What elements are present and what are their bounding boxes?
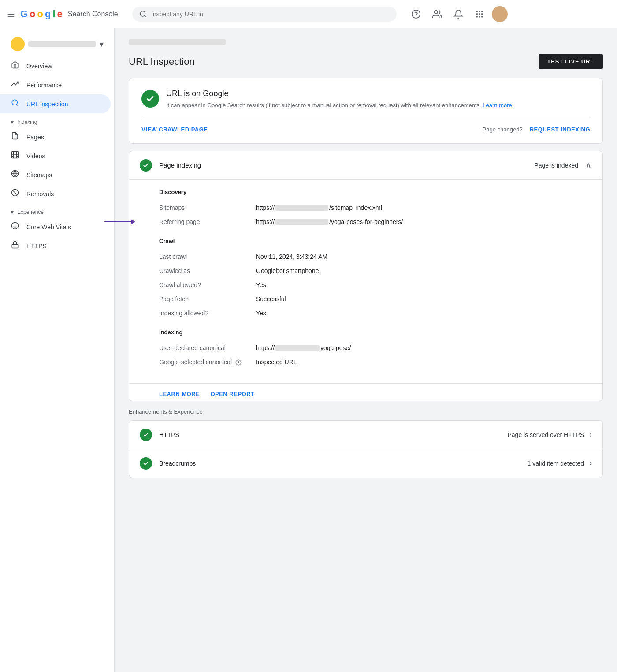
property-name (28, 41, 96, 47)
user-canonical-label: User-declared canonical (159, 344, 256, 351)
experience-section-label[interactable]: ▾ Experience (0, 203, 114, 217)
google-canonical-label: Google-selected canonical (159, 358, 256, 366)
test-live-url-button[interactable]: TEST LIVE URL (539, 54, 603, 69)
indexing-card-header[interactable]: Page indexing Page is indexed ∧ (129, 151, 602, 179)
sidebar-item-label-core-web-vitals: Core Web Vitals (26, 224, 71, 231)
detail-row-google-canonical: Google-selected canonical Inspected URL (140, 355, 592, 369)
search-bar[interactable] (132, 7, 397, 22)
property-url-display (129, 39, 226, 45)
sidebar-item-overview[interactable]: Overview (0, 56, 111, 75)
home-icon (11, 61, 19, 71)
help-circle-icon (235, 359, 242, 366)
detail-row-crawled-as: Crawled as Googlebot smartphone (140, 264, 592, 278)
svg-rect-4 (476, 11, 478, 12)
last-crawl-label: Last crawl (159, 253, 256, 260)
search-nav-icon (11, 99, 19, 109)
detail-row-indexing-allowed: Indexing allowed? Yes (140, 306, 592, 320)
sidebar-item-pages[interactable]: Pages (0, 127, 111, 146)
referring-page-value: https:///yoga-poses-for-beginners/ (256, 218, 592, 225)
chevron-down-icon: ▾ (100, 39, 104, 49)
indexing-subsection-label: Indexing (140, 329, 592, 336)
url-status-icon (141, 90, 159, 108)
avatar[interactable] (492, 6, 508, 22)
help-icon-btn[interactable] (407, 5, 425, 23)
indexing-chevron-icon: ▾ (11, 119, 14, 126)
crawl-allowed-value: Yes (256, 281, 592, 288)
search-icon (139, 10, 147, 18)
header-actions (407, 5, 508, 23)
svg-rect-5 (479, 11, 480, 12)
checkmark-icon (145, 94, 155, 104)
notification-icon-btn[interactable] (450, 5, 467, 23)
accounts-icon-btn[interactable] (428, 5, 446, 23)
indexing-card-title: Page indexing (159, 161, 534, 169)
https-enhancement-status: Page is served over HTTPS (507, 431, 584, 438)
page-indexing-card: Page indexing Page is indexed ∧ Discover… (129, 151, 603, 401)
detail-row-page-fetch: Page fetch Successful (140, 292, 592, 306)
sidebar-item-sitemaps[interactable]: Sitemaps (0, 165, 111, 184)
grid-icon-btn[interactable] (471, 5, 488, 23)
sidebar-item-label-overview: Overview (26, 63, 52, 70)
search-input[interactable] (151, 11, 390, 18)
sitemaps-label: Sitemaps (159, 204, 256, 211)
svg-point-3 (435, 10, 438, 13)
svg-rect-12 (481, 16, 483, 17)
learn-more-link[interactable]: Learn more (483, 102, 512, 108)
sidebar-item-removals[interactable]: Removals (0, 184, 111, 203)
request-indexing-area: Page changed? REQUEST INDEXING (483, 126, 590, 133)
crawl-section-label: Crawl (140, 238, 592, 244)
svg-rect-7 (476, 13, 478, 15)
svg-point-13 (12, 100, 17, 105)
svg-rect-10 (476, 16, 478, 17)
hamburger-icon[interactable]: ☰ (7, 9, 15, 19)
crawled-as-value: Googlebot smartphone (256, 267, 592, 274)
detail-row-sitemaps: Sitemaps https:///sitemap_index.xml (140, 201, 592, 215)
enhancement-row-breadcrumbs[interactable]: Breadcrumbs 1 valid item detected › (129, 449, 602, 478)
sidebar-item-https[interactable]: HTTPS (0, 236, 111, 255)
property-selector[interactable]: ▾ (4, 34, 111, 55)
experience-chevron-icon: ▾ (11, 209, 14, 216)
sidebar-item-label-performance: Performance (26, 82, 62, 89)
sidebar-item-url-inspection[interactable]: URL inspection (0, 94, 111, 113)
chevron-up-icon: ∧ (585, 160, 592, 171)
sidebar: ▾ Overview Performance URL inspection ▾ … (0, 28, 115, 672)
sitemaps-icon (11, 170, 19, 180)
sidebar-item-core-web-vitals[interactable]: Core Web Vitals (0, 217, 111, 236)
url-status-card: URL is on Google It can appear in Google… (129, 78, 603, 144)
url-status-title: URL is on Google (166, 89, 512, 98)
view-crawled-page-button[interactable]: VIEW CRAWLED PAGE (141, 126, 208, 133)
sidebar-item-performance[interactable]: Performance (0, 75, 111, 94)
breadcrumbs-check-icon (140, 457, 152, 470)
svg-point-0 (140, 11, 145, 16)
detail-row-referring-page: Referring page https:///yoga-poses-for-b… (140, 215, 592, 229)
https-enhancement-name: HTTPS (159, 431, 507, 438)
page-changed-label: Page changed? (483, 126, 523, 133)
videos-icon (11, 151, 19, 161)
indexing-checkmark-icon (142, 162, 149, 169)
url-status-text: URL is on Google It can appear in Google… (166, 89, 512, 110)
sidebar-item-videos[interactable]: Videos (0, 146, 111, 165)
bell-icon (453, 9, 463, 19)
sidebar-item-label-https: HTTPS (26, 243, 47, 250)
indexing-section-label[interactable]: ▾ Indexing (0, 113, 114, 127)
sidebar-item-label-url-inspection: URL inspection (26, 101, 68, 108)
accounts-icon (432, 9, 442, 19)
indexing-card-actions: LEARN MORE OPEN REPORT (129, 383, 602, 401)
enhancement-row-https[interactable]: HTTPS Page is served over HTTPS › (129, 421, 602, 449)
header-left: ☰ Google Search Console (7, 8, 122, 20)
url-status-actions: VIEW CRAWLED PAGE Page changed? REQUEST … (141, 119, 590, 133)
https-icon (11, 241, 19, 251)
open-report-button[interactable]: OPEN REPORT (210, 391, 254, 397)
google-logo: Google (20, 8, 63, 20)
arrow-line (104, 221, 131, 222)
detail-row-last-crawl: Last crawl Nov 11, 2024, 3:43:24 AM (140, 250, 592, 264)
grid-icon (475, 10, 484, 19)
indexing-status-text: Page is indexed (534, 162, 578, 169)
request-indexing-button[interactable]: REQUEST INDEXING (530, 126, 590, 133)
svg-rect-8 (479, 13, 480, 15)
arrow-head (131, 219, 135, 224)
https-chevron-right-icon: › (589, 430, 592, 439)
learn-more-button[interactable]: LEARN MORE (159, 391, 200, 397)
https-check-icon (140, 429, 152, 441)
breadcrumbs-enhancement-name: Breadcrumbs (159, 460, 528, 467)
